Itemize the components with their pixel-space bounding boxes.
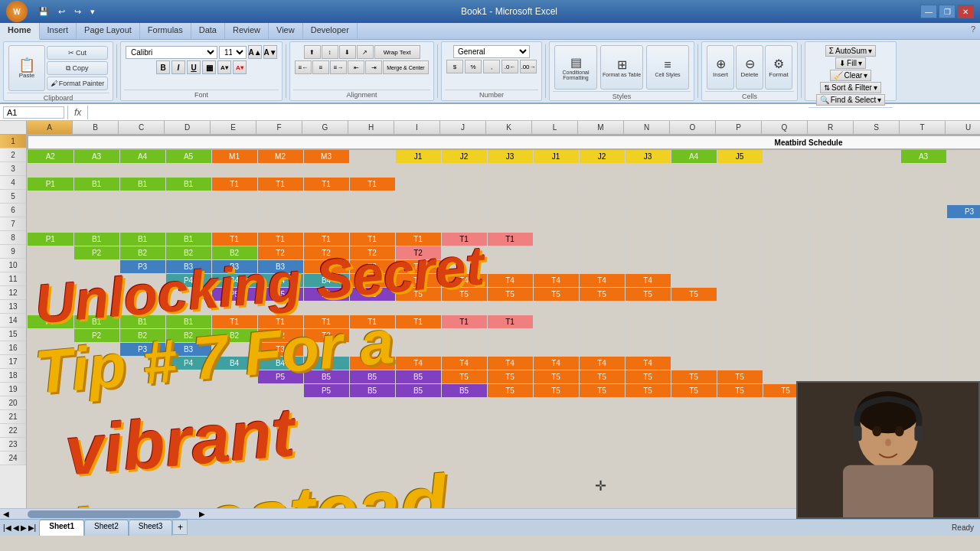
row5-empty[interactable]	[28, 191, 980, 204]
cell-h16[interactable]	[349, 342, 395, 356]
fill-btn[interactable]: ⬇ Fill ▾	[835, 57, 866, 69]
scroll-left-btn[interactable]: ◀	[0, 510, 12, 518]
merge-center-btn[interactable]: Merge & Center	[383, 60, 429, 74]
cell-t11[interactable]	[900, 273, 946, 287]
cell-q11[interactable]	[763, 273, 808, 287]
tab-review[interactable]: Review	[225, 23, 269, 39]
cell-e6[interactable]	[211, 204, 257, 218]
cell-e18[interactable]	[211, 370, 257, 383]
cell-j6[interactable]	[441, 204, 487, 218]
cell-g6[interactable]	[303, 204, 349, 218]
cell-l15[interactable]	[533, 328, 579, 342]
cut-button[interactable]: ✂ Cut	[47, 46, 108, 60]
cell-g10[interactable]: T3	[303, 259, 349, 273]
cell-j14[interactable]: T1	[441, 315, 487, 328]
cell-f19[interactable]	[257, 383, 303, 397]
cell-b4[interactable]: B1	[74, 177, 119, 191]
row-header-8[interactable]: 8	[0, 231, 26, 245]
col-header-E[interactable]: E	[211, 121, 256, 134]
cell-u12[interactable]	[946, 287, 980, 301]
cell-c8[interactable]: B1	[119, 232, 165, 246]
corner-cell[interactable]	[0, 121, 27, 134]
row-header-22[interactable]: 22	[0, 424, 26, 438]
cell-f17[interactable]: B4	[257, 356, 303, 370]
clear-btn[interactable]: 🧹 Clear ▾	[830, 70, 872, 81]
cell-f4[interactable]: T1	[257, 177, 303, 191]
cell-b17[interactable]	[74, 356, 119, 370]
format-cells-btn[interactable]: ⚙ Format	[765, 45, 792, 90]
row-header-15[interactable]: 15	[0, 328, 26, 341]
cell-a17[interactable]	[28, 356, 74, 370]
col-header-U[interactable]: U	[946, 121, 980, 134]
cell-i9[interactable]: T2	[395, 246, 441, 259]
cell-r4[interactable]	[808, 177, 854, 191]
cell-r14[interactable]	[808, 315, 854, 328]
cell-s17[interactable]	[854, 356, 900, 370]
cell-h4[interactable]: T1	[349, 177, 395, 191]
cell-j15[interactable]	[441, 328, 487, 342]
cell-a19[interactable]	[28, 383, 74, 397]
cell-a14[interactable]: P1	[28, 315, 74, 328]
cell-t8[interactable]	[900, 232, 946, 246]
align-middle-btn[interactable]: ↕	[322, 45, 338, 59]
cell-a6[interactable]	[28, 204, 74, 218]
cell-g15[interactable]: T2	[303, 328, 349, 342]
cell-p9[interactable]	[717, 246, 763, 259]
cell-d8[interactable]: B1	[165, 232, 211, 246]
format-painter-button[interactable]: 🖌 Format Painter	[47, 77, 108, 90]
cell-l19[interactable]: T5	[533, 383, 579, 397]
row-header-16[interactable]: 16	[0, 341, 26, 355]
cell-g8[interactable]: T1	[303, 232, 349, 246]
tab-view[interactable]: View	[269, 23, 303, 39]
tab-page-layout[interactable]: Page Layout	[77, 23, 140, 39]
cell-i6[interactable]	[395, 204, 441, 218]
cell-f10[interactable]: B3	[257, 259, 303, 273]
row-header-10[interactable]: 10	[0, 259, 26, 272]
cell-l17[interactable]: T4	[533, 356, 579, 370]
cell-h10[interactable]: T3	[349, 259, 395, 273]
cell-r17[interactable]	[808, 356, 854, 370]
cell-a8[interactable]: P1	[28, 232, 74, 246]
cell-h17[interactable]: T4	[349, 356, 395, 370]
row-header-1[interactable]: 1	[0, 135, 26, 148]
col-header-C[interactable]: C	[119, 121, 165, 134]
cell-p6[interactable]	[717, 204, 763, 218]
cell-m6[interactable]	[579, 204, 625, 218]
cell-p2[interactable]: J5	[717, 149, 763, 163]
cell-h2[interactable]	[349, 149, 395, 163]
decrease-font-btn[interactable]: A▼	[263, 45, 277, 59]
cell-n12[interactable]: T5	[625, 287, 671, 301]
increase-decimal-btn[interactable]: .00→	[520, 60, 537, 73]
percent-btn[interactable]: %	[465, 60, 482, 73]
tab-home[interactable]: Home	[0, 23, 40, 40]
fx-button[interactable]: fx	[71, 107, 84, 118]
cell-n8[interactable]	[625, 232, 671, 246]
cell-a18[interactable]	[28, 370, 74, 383]
cell-o16[interactable]	[671, 342, 717, 356]
row-header-9[interactable]: 9	[0, 245, 26, 259]
cell-a2[interactable]: A2	[28, 149, 74, 163]
cell-j12[interactable]: T5	[441, 287, 487, 301]
wrap-text-btn[interactable]: Wrap Text	[374, 45, 420, 59]
cell-m9[interactable]	[579, 246, 625, 259]
cell-k4[interactable]	[487, 177, 533, 191]
sheet-tab-2[interactable]: Sheet2	[84, 520, 129, 536]
cell-m2[interactable]: J2	[579, 149, 625, 163]
cell-o18[interactable]: T5	[671, 370, 717, 383]
cell-d11[interactable]: P4	[165, 273, 211, 287]
cell-k19[interactable]: T5	[487, 383, 533, 397]
cell-c17[interactable]	[119, 356, 165, 370]
cell-u8[interactable]	[946, 232, 980, 246]
cell-c9[interactable]: B2	[119, 246, 165, 259]
cell-m12[interactable]: T5	[579, 287, 625, 301]
font-color-btn[interactable]: A▾	[233, 60, 247, 74]
decrease-decimal-btn[interactable]: .0←	[501, 60, 518, 73]
col-header-M[interactable]: M	[578, 121, 624, 134]
cell-e10[interactable]: B3	[211, 259, 257, 273]
cell-f11[interactable]: B4	[257, 273, 303, 287]
row-header-7[interactable]: 7	[0, 217, 26, 231]
undo-btn[interactable]: ↩	[55, 5, 68, 18]
cell-a16[interactable]	[28, 342, 74, 356]
cell-t17[interactable]	[900, 356, 946, 370]
cell-n6[interactable]	[625, 204, 671, 218]
